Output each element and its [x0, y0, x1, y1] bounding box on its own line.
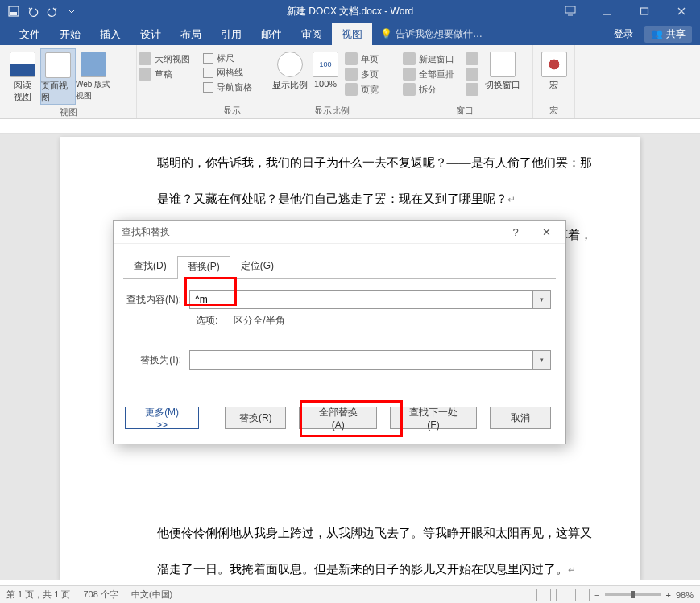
dlg-tab-replace[interactable]: 替换(P) [177, 256, 230, 279]
page-width-button[interactable]: 页宽 [343, 82, 380, 97]
new-window-label: 新建窗口 [419, 53, 454, 65]
navpane-checkbox[interactable]: 导航窗格 [201, 81, 254, 94]
macros-group-label: 宏 [538, 103, 570, 118]
arrange-all-button[interactable]: 全部重排 [401, 67, 456, 81]
view-printlayout-icon[interactable] [556, 589, 570, 601]
hundred-button[interactable]: 100100% [308, 48, 343, 89]
status-lang[interactable]: 中文(中国) [131, 589, 172, 601]
view-weblayout-icon[interactable] [575, 589, 590, 601]
tab-insert[interactable]: 插入 [90, 23, 130, 45]
find-label: 查找内容(N): [125, 293, 181, 307]
status-page[interactable]: 第 1 页，共 1 页 [6, 589, 70, 601]
replace-history-dropdown[interactable]: ▾ [533, 350, 551, 370]
tab-home[interactable]: 开始 [50, 23, 90, 45]
zoom-out-button[interactable]: − [594, 590, 599, 600]
share-button[interactable]: 👥 共享 [644, 26, 692, 43]
find-next-button[interactable]: 查找下一处(F) [390, 407, 477, 429]
paragraph-mark-icon: ↵ [568, 564, 576, 576]
outline-label: 大纲视图 [155, 53, 190, 65]
zoom-group-label: 显示比例 [272, 103, 391, 118]
switch-windows-button[interactable]: 切换窗口 [485, 48, 520, 91]
cancel-button[interactable]: 取消 [490, 407, 551, 429]
show-group-label: 显示 [201, 103, 262, 118]
svg-rect-2 [565, 6, 575, 13]
one-page-button[interactable]: 单页 [343, 52, 380, 66]
zoom-in-button[interactable]: + [666, 590, 671, 600]
checkbox-icon [203, 82, 213, 93]
find-input[interactable] [189, 290, 533, 309]
new-window-icon [403, 52, 416, 65]
svg-rect-1 [10, 12, 17, 15]
multi-page-button[interactable]: 多页 [343, 67, 380, 81]
sync-scroll-button[interactable] [464, 67, 480, 81]
tab-file[interactable]: 文件 [10, 23, 50, 45]
options-label: 选项: [196, 315, 217, 326]
switch-windows-label: 切换窗口 [485, 79, 520, 91]
multi-page-label: 多页 [361, 68, 379, 81]
replace-all-button[interactable]: 全部替换(A) [299, 407, 377, 429]
dlg-tab-find[interactable]: 查找(D) [123, 255, 177, 278]
split-button[interactable]: 拆分 [401, 82, 456, 97]
options-value: 区分全/半角 [234, 315, 284, 326]
outline-button[interactable]: 大纲视图 [137, 52, 192, 66]
tellme[interactable]: 💡 告诉我您想要做什… [372, 23, 491, 45]
paragraph: 聪明的，你告诉我，我们的日子为什么一去不复返呢？——是有人偷了他们罢：那是谁？又… [157, 156, 592, 205]
find-history-dropdown[interactable]: ▾ [533, 290, 551, 309]
bulb-icon: 💡 [380, 28, 392, 39]
side-by-side-button[interactable] [464, 52, 480, 66]
redo-icon[interactable] [43, 2, 61, 20]
replace-input[interactable] [189, 350, 533, 370]
read-mode-button[interactable]: 阅读 视图 [5, 48, 40, 103]
dlg-tab-goto[interactable]: 定位(G) [230, 255, 284, 278]
draft-label: 草稿 [155, 68, 172, 81]
tab-design[interactable]: 设计 [130, 23, 171, 45]
undo-icon[interactable] [24, 2, 42, 20]
web-layout-button[interactable]: Web 版式视图 [76, 48, 111, 101]
window-title: 新建 DOCX 文档.docx - Word [287, 5, 413, 19]
read-mode-label: 阅读 视图 [14, 79, 31, 103]
tab-view[interactable]: 视图 [332, 23, 372, 45]
print-layout-button[interactable]: 页面视图 [40, 48, 76, 105]
dialog-close-button[interactable]: ✕ [532, 221, 561, 242]
arrange-all-label: 全部重排 [419, 68, 454, 81]
paragraph: 他便伶伶俐俐地从我身上跨过，从我脚边飞去了。等我睁开眼和太阳再见，这算又溜走了一… [157, 527, 592, 576]
status-words[interactable]: 708 个字 [83, 589, 118, 601]
login-link[interactable]: 登录 [614, 27, 633, 41]
zoom-level[interactable]: 98% [676, 590, 694, 600]
macros-label: 宏 [549, 79, 558, 91]
more-button[interactable]: 更多(M) >> [125, 407, 199, 429]
replace-button[interactable]: 替换(R) [225, 407, 286, 429]
page-width-label: 页宽 [361, 84, 379, 96]
tab-review[interactable]: 审阅 [292, 23, 332, 45]
minimize-icon[interactable] [589, 0, 626, 23]
gridlines-checkbox[interactable]: 网格线 [201, 66, 254, 80]
view-readmode-icon[interactable] [536, 589, 551, 601]
qat-dropdown-icon[interactable] [63, 2, 81, 20]
views-group-label: 视图 [5, 105, 131, 120]
close-icon[interactable] [663, 0, 700, 23]
paragraph-mark-icon: ↵ [507, 194, 516, 205]
ruler[interactable] [0, 119, 700, 134]
ruler-checkbox[interactable]: 标尺 [201, 52, 254, 65]
ribbon-options-icon[interactable] [552, 0, 589, 23]
reset-pos-button[interactable] [464, 82, 480, 97]
tab-references[interactable]: 引用 [211, 23, 251, 45]
maximize-icon[interactable] [626, 0, 663, 23]
checkbox-icon [203, 68, 213, 78]
navpane-label: 导航窗格 [217, 81, 252, 93]
macros-button[interactable]: 宏 [538, 48, 570, 91]
zoom-slider[interactable] [605, 593, 661, 596]
print-layout-label: 页面视图 [41, 80, 75, 104]
zoom-button[interactable]: 显示比例 [272, 48, 308, 91]
zoom-label: 显示比例 [272, 79, 308, 91]
draft-icon [139, 68, 151, 81]
reset-pos-icon [466, 83, 478, 96]
side-by-side-icon [466, 52, 478, 65]
tab-layout[interactable]: 布局 [171, 23, 211, 45]
new-window-button[interactable]: 新建窗口 [401, 52, 456, 66]
draft-button[interactable]: 草稿 [137, 67, 192, 81]
save-icon[interactable] [5, 2, 23, 20]
help-button[interactable]: ? [501, 221, 530, 242]
tab-mailings[interactable]: 邮件 [251, 23, 292, 45]
arrange-all-icon [403, 68, 416, 81]
